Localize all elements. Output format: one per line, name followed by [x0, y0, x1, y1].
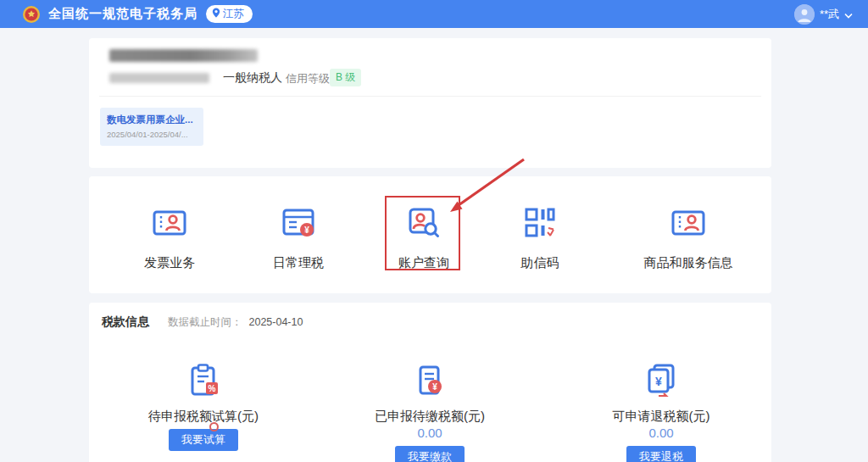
person-search-icon [404, 203, 443, 246]
stat-label: 已申报待缴税额(元) [375, 409, 485, 424]
svg-text:¥: ¥ [655, 375, 662, 388]
announcement-dates: 2025/04/01-2025/04/... [107, 130, 197, 139]
user-menu[interactable]: **武 [794, 4, 853, 25]
nav-label: 助信码 [521, 255, 559, 271]
nav-label: 商品和服务信息 [644, 255, 733, 271]
notification-dot-icon [209, 422, 219, 431]
nav-label: 发票业务 [144, 255, 195, 271]
top-header-bar: 全国统一规范电子税务局 江苏 **武 [0, 0, 868, 28]
svg-text:¥: ¥ [304, 225, 309, 235]
data-cutoff-date: 2025-04-10 [249, 316, 303, 328]
tax-info-header: 税款信息 数据截止时间： 2025-04-10 [89, 303, 771, 330]
nav-label: 日常理税 [273, 255, 324, 271]
nav-item-goods-services[interactable]: 商品和服务信息 [620, 203, 756, 271]
tax-info-title: 税款信息 [102, 314, 149, 330]
stat-declared-unpaid: ¥ 已申报待缴税额(元) 0.00 我要缴款 [337, 362, 523, 462]
national-emblem-icon [22, 5, 41, 24]
nav-item-assist-code[interactable]: 助信码 [472, 203, 608, 271]
app-title: 全国统一规范电子税务局 [48, 6, 198, 22]
qr-code-icon [520, 203, 559, 246]
data-cutoff-label: 数据截止时间： [168, 315, 242, 330]
pay-tax-button[interactable]: 我要缴款 [395, 446, 465, 462]
divider [99, 96, 761, 97]
stat-value: 0.00 [417, 426, 442, 441]
table-yuan-badge-icon: ¥ [279, 203, 318, 246]
location-pin-icon [212, 8, 220, 20]
ticket-person-icon [669, 203, 708, 246]
user-name: **武 [820, 7, 839, 22]
nav-item-invoice-business[interactable]: 发票业务 [102, 203, 237, 271]
stat-label: 可申请退税额(元) [613, 409, 710, 424]
svg-text:¥: ¥ [432, 382, 437, 392]
stat-refundable: ¥ 可申请退税额(元) 0.00 我要退税 [568, 362, 754, 462]
tax-bureau-page: 全国统一规范电子税务局 江苏 **武 [0, 0, 868, 462]
nav-item-daily-tax[interactable]: ¥ 日常理税 [231, 203, 366, 271]
company-info-card: 一般纳税人 信用等级： B 级 数电发票用票企业... 2025/04/01-2… [89, 38, 771, 168]
announcement-title: 数电发票用票企业... [107, 114, 197, 126]
refund-button[interactable]: 我要退税 [626, 446, 696, 462]
company-name-redacted [109, 49, 258, 62]
stat-label: 待申报税额试算(元) [148, 409, 259, 424]
taxpayer-id-redacted [109, 73, 209, 83]
tax-info-card: 税款信息 数据截止时间： 2025-04-10 % 待申报税额试算(元) 我要试… [89, 303, 771, 462]
stacked-notes-yuan-icon: ¥ [643, 362, 680, 403]
user-avatar-icon [794, 4, 815, 25]
clipboard-percent-icon: % [185, 362, 222, 403]
nav-label: 账户查询 [398, 255, 449, 271]
announcement-chip[interactable]: 数电发票用票企业... 2025/04/01-2025/04/... [100, 108, 203, 146]
taxpayer-type-label: 一般纳税人 [223, 70, 282, 86]
trial-calc-button[interactable]: 我要试算 [169, 429, 238, 451]
region-label: 江苏 [223, 7, 244, 21]
nav-item-account-query[interactable]: 账户查询 [356, 203, 492, 271]
region-selector[interactable]: 江苏 [206, 5, 253, 23]
document-yuan-icon: ¥ [411, 362, 448, 403]
chevron-down-icon [844, 7, 853, 22]
credit-grade-badge: B 级 [330, 69, 361, 86]
svg-text:%: % [209, 384, 216, 393]
quick-nav-card: 发票业务 ¥ 日常理税 [89, 176, 771, 293]
ticket-person-icon [150, 203, 189, 246]
stat-value: 0.00 [648, 426, 673, 441]
stat-pending-declaration: % 待申报税额试算(元) 我要试算 [110, 362, 297, 451]
